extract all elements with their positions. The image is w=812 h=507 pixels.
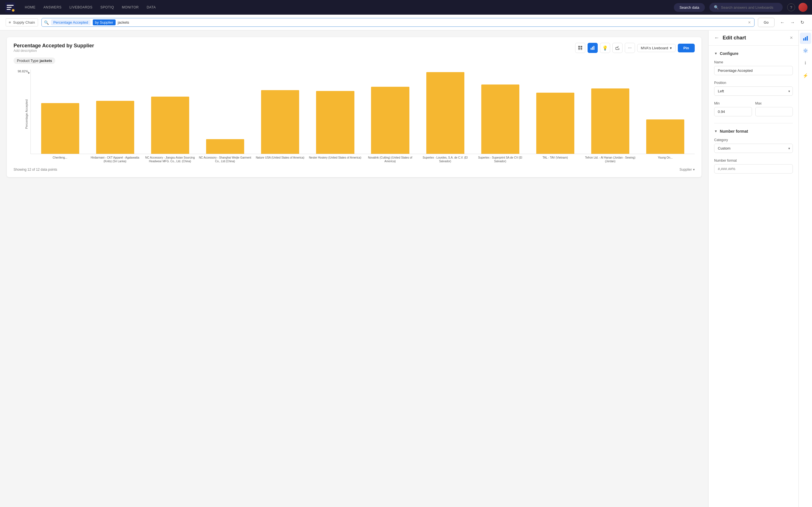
bar-rect[interactable] <box>41 103 79 154</box>
search-answers-input[interactable] <box>721 5 778 10</box>
nav-right-actions: ? <box>787 3 808 12</box>
chart-card: Percentage Accepted by Supplier Add desc… <box>7 37 702 177</box>
token-by-supplier[interactable]: by Supplier <box>93 19 116 25</box>
supplier-axis-label[interactable]: Supplier ▾ <box>679 168 695 172</box>
forward-arrow-button[interactable]: → <box>788 18 797 27</box>
bar-col[interactable] <box>33 69 87 154</box>
number-format-chevron-icon: ▼ <box>714 129 718 133</box>
panel-back-button[interactable]: ← <box>714 35 719 41</box>
configure-chevron-icon: ▼ <box>714 52 718 55</box>
filter-label: Product Type <box>17 59 38 63</box>
bar-col[interactable] <box>198 69 252 154</box>
go-button[interactable]: Go <box>758 18 774 27</box>
position-select[interactable]: Left Right Top Bottom <box>714 87 793 96</box>
bar-rect[interactable] <box>536 93 574 154</box>
nav-links: HOME ANSWERS LIVEBOARDS SPOTIQ MONITOR D… <box>21 4 672 11</box>
name-label: Name <box>714 60 793 64</box>
side-bar-chart-button[interactable] <box>800 33 811 44</box>
bar-rect[interactable] <box>646 119 684 154</box>
nav-spotiq[interactable]: SPOTIQ <box>97 4 117 11</box>
more-actions-button[interactable]: ··· <box>625 43 635 53</box>
side-lightning-button[interactable]: ⚡ <box>800 70 811 81</box>
liveboard-selector[interactable]: MVA's Liveboard ▾ <box>637 44 675 52</box>
bar-col[interactable] <box>528 69 582 154</box>
back-arrow-button[interactable]: ← <box>778 18 787 27</box>
min-input[interactable] <box>714 107 752 116</box>
breadcrumb-bar: ≡ Supply Chain 🔍 Percentage Accepted by … <box>0 15 812 31</box>
table-view-button[interactable] <box>575 43 585 53</box>
bar-col[interactable] <box>583 69 638 154</box>
position-select-wrapper: Left Right Top Bottom ▾ <box>714 87 793 96</box>
search-data-button[interactable]: Search data <box>674 3 705 12</box>
help-button[interactable]: ? <box>787 3 795 11</box>
bar-rect[interactable] <box>151 97 189 154</box>
side-icon-strip: i ⚡ <box>799 31 812 507</box>
name-input[interactable] <box>714 66 793 75</box>
svg-point-17 <box>805 50 806 52</box>
chart-actions: 💡 ··· MVA's Liveboard ▾ Pin <box>575 43 695 53</box>
search-clear-button[interactable]: × <box>747 20 752 25</box>
bar-col[interactable] <box>143 69 197 154</box>
bar-rect[interactable] <box>371 87 409 154</box>
top-navigation: HOME ANSWERS LIVEBOARDS SPOTIQ MONITOR D… <box>0 0 812 15</box>
logo[interactable] <box>4 2 16 13</box>
x-label: Tefron Ltd. - Al Hanan (Jordan - Sewing)… <box>583 154 638 163</box>
panel-content: ▼ Configure Name Position Left Right Top… <box>709 46 799 507</box>
panel-close-button[interactable]: × <box>790 35 793 41</box>
bar-rect[interactable] <box>206 139 244 154</box>
chart-area: Percentage Accepted by Supplier Add desc… <box>0 31 708 507</box>
source-selector[interactable]: ≡ Supply Chain <box>6 18 38 26</box>
bar-rect[interactable] <box>481 84 519 154</box>
side-settings-button[interactable] <box>800 45 811 56</box>
category-select-wrapper: Custom Number Percentage Currency ▾ <box>714 144 793 153</box>
x-label: Nester Hosiery (United States of America… <box>308 154 362 163</box>
x-label: NC Accessory - Jiangsu Asian Sourcing He… <box>143 154 197 163</box>
bar-col[interactable] <box>308 69 362 154</box>
bar-rect[interactable] <box>261 90 299 154</box>
svg-rect-12 <box>592 47 593 50</box>
nav-data[interactable]: DATA <box>143 4 159 11</box>
max-label: Max <box>755 101 793 105</box>
bar-rect[interactable] <box>316 91 354 154</box>
nav-liveboards[interactable]: LIVEBOARDS <box>66 4 96 11</box>
filter-chip[interactable]: Product Type jackets <box>13 57 55 64</box>
bar-rect[interactable] <box>591 89 629 154</box>
bar-col[interactable] <box>88 69 142 154</box>
bar-col[interactable] <box>253 69 307 154</box>
token-percentage-accepted[interactable]: Percentage Accepted <box>51 19 91 25</box>
user-avatar[interactable] <box>799 3 808 12</box>
search-answers-bar[interactable]: 🔍 <box>709 3 783 12</box>
nav-home[interactable]: HOME <box>21 4 39 11</box>
bar-rect[interactable] <box>96 101 134 154</box>
svg-rect-5 <box>578 46 580 47</box>
chart-description[interactable]: Add description <box>13 49 94 53</box>
category-select[interactable]: Custom Number Percentage Currency <box>714 144 793 153</box>
nav-answers[interactable]: ANSWERS <box>40 4 65 11</box>
refresh-button[interactable]: ↻ <box>798 18 806 27</box>
svg-rect-13 <box>594 46 594 50</box>
bar-col[interactable] <box>638 69 693 154</box>
max-input[interactable] <box>755 107 793 116</box>
bar-col[interactable] <box>363 69 417 154</box>
main-content: Percentage Accepted by Supplier Add desc… <box>0 31 812 507</box>
svg-rect-16 <box>807 36 808 41</box>
search-bar[interactable]: 🔍 Percentage Accepted by Supplier jacket… <box>42 18 755 27</box>
insights-button[interactable]: 💡 <box>600 43 610 53</box>
token-jackets[interactable]: jackets <box>118 20 129 24</box>
bar-col[interactable] <box>418 69 472 154</box>
bar-rect[interactable] <box>426 72 464 154</box>
number-format-input[interactable] <box>714 164 793 173</box>
side-info-button[interactable]: i <box>800 57 811 69</box>
x-labels: Chenfeng...Hirdarmani - CKT Apparel - Ag… <box>31 154 695 163</box>
pin-button[interactable]: Pin <box>678 44 695 52</box>
bar-chart-view-button[interactable] <box>588 43 598 53</box>
configure-section-header[interactable]: ▼ Configure <box>714 51 793 56</box>
svg-rect-6 <box>580 46 582 47</box>
nav-monitor[interactable]: MONITOR <box>118 4 142 11</box>
bar-col[interactable] <box>473 69 527 154</box>
svg-rect-7 <box>578 48 580 49</box>
search-icon: 🔍 <box>714 5 719 10</box>
number-format-section-header[interactable]: ▼ Number format <box>714 129 793 133</box>
x-label: NC Accessory - Shanghai Weijie Garment C… <box>198 154 252 163</box>
share-button[interactable] <box>612 43 622 53</box>
